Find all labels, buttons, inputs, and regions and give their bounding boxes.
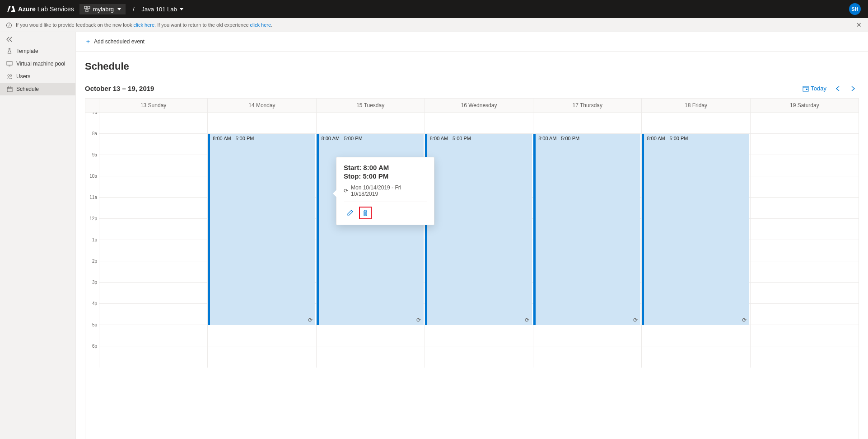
hour-label: 11a bbox=[85, 195, 99, 216]
feedback-text: i If you would like to provide feedback … bbox=[6, 22, 272, 28]
popover-recurrence: ⟳ Mon 10/14/2019 - Fri 10/18/2019 bbox=[344, 184, 427, 202]
info-icon: i bbox=[6, 23, 12, 28]
svg-rect-1 bbox=[88, 6, 90, 9]
sidebar-item-label: Schedule bbox=[16, 86, 39, 92]
add-scheduled-event-button[interactable]: ＋ Add scheduled event bbox=[83, 36, 146, 47]
today-button[interactable]: Today bbox=[801, 83, 828, 94]
brand-logo[interactable]: Azure Lab Services bbox=[7, 5, 74, 13]
schedule-event[interactable]: 8:00 AM - 5:00 PM⟳ bbox=[425, 134, 532, 325]
sidebar-item-label: Users bbox=[16, 73, 30, 80]
recurrence-icon: ⟳ bbox=[525, 317, 529, 323]
main-layout: Template Virtual machine pool Users Sche… bbox=[0, 32, 868, 439]
day-headers: 13 Sunday 14 Monday 15 Tuesday 16 Wednes… bbox=[85, 99, 859, 113]
top-bar-left: Azure Lab Services mylabrg / Java 101 La… bbox=[7, 4, 183, 14]
brand-azure: Azure bbox=[18, 5, 36, 13]
top-bar: Azure Lab Services mylabrg / Java 101 La… bbox=[0, 0, 868, 18]
monitor-icon bbox=[6, 61, 13, 67]
day-column-sat[interactable] bbox=[750, 113, 859, 368]
hour-label: 12p bbox=[85, 216, 99, 237]
resource-group-name: mylabrg bbox=[93, 6, 114, 13]
delete-event-button[interactable] bbox=[359, 207, 372, 219]
old-experience-link[interactable]: click here bbox=[250, 22, 271, 28]
calendar-controls: Today bbox=[801, 83, 859, 94]
content-area: Schedule October 13 – 19, 2019 Today 13 … bbox=[76, 52, 868, 439]
day-header-sun: 13 Sunday bbox=[99, 99, 207, 112]
hour-label: 6p bbox=[85, 344, 99, 365]
azure-logo-icon bbox=[7, 5, 15, 13]
collapse-sidebar-button[interactable] bbox=[0, 34, 75, 45]
time-gutter-header bbox=[85, 99, 99, 112]
day-header-thu: 17 Thursday bbox=[533, 99, 641, 112]
edit-event-button[interactable] bbox=[344, 207, 356, 219]
feedback-bar: i If you would like to provide feedback … bbox=[0, 18, 868, 32]
schedule-event[interactable]: 8:00 AM - 5:00 PM⟳ bbox=[208, 134, 315, 325]
collapse-icon bbox=[6, 37, 13, 42]
calendar-body[interactable]: 7a 8a 9a 10a 11a 12p 1p 2p 3p 4p 5p 6p bbox=[85, 113, 859, 439]
breadcrumb-separator: / bbox=[133, 6, 135, 13]
event-popover: Start: 8:00 AM Stop: 5:00 PM ⟳ Mon 10/14… bbox=[336, 157, 434, 225]
next-week-button[interactable] bbox=[847, 84, 859, 93]
date-range: October 13 – 19, 2019 bbox=[85, 85, 154, 92]
day-header-mon: 14 Monday bbox=[207, 99, 316, 112]
close-icon[interactable]: ✕ bbox=[856, 21, 862, 28]
today-label: Today bbox=[811, 85, 826, 92]
hour-label: 2p bbox=[85, 259, 99, 280]
sidebar-item-users[interactable]: Users bbox=[0, 70, 75, 83]
add-event-label: Add scheduled event bbox=[94, 38, 145, 45]
popover-actions bbox=[344, 207, 427, 219]
feedback-link[interactable]: click here bbox=[134, 22, 154, 28]
chevron-down-icon bbox=[180, 8, 183, 10]
popover-stop: Stop: 5:00 PM bbox=[344, 172, 427, 180]
svg-rect-3 bbox=[7, 61, 12, 65]
brand-lab-services: Lab Services bbox=[37, 5, 74, 13]
hour-label: 7a bbox=[85, 113, 99, 131]
sidebar-item-schedule[interactable]: Schedule bbox=[0, 83, 75, 95]
prev-week-button[interactable] bbox=[832, 84, 844, 93]
recurrence-icon: ⟳ bbox=[633, 317, 638, 323]
svg-rect-0 bbox=[84, 6, 87, 9]
hour-label: 1p bbox=[85, 237, 99, 259]
calendar-grid: 13 Sunday 14 Monday 15 Tuesday 16 Wednes… bbox=[85, 98, 859, 439]
day-column-fri[interactable]: 8:00 AM - 5:00 PM⟳ bbox=[641, 113, 750, 368]
sidebar-item-label: Virtual machine pool bbox=[16, 61, 65, 67]
pencil-icon bbox=[347, 210, 353, 216]
user-avatar[interactable]: SH bbox=[849, 3, 861, 15]
svg-point-6 bbox=[10, 75, 12, 76]
day-header-wed: 16 Wednesday bbox=[425, 99, 533, 112]
popover-start: Start: 8:00 AM bbox=[344, 164, 427, 171]
hour-label: 5p bbox=[85, 322, 99, 344]
time-gutter: 7a 8a 9a 10a 11a 12p 1p 2p 3p 4p 5p 6p bbox=[85, 113, 99, 368]
schedule-event[interactable]: 8:00 AM - 5:00 PM⟳ bbox=[533, 134, 640, 325]
day-column-tue[interactable]: 8:00 AM - 5:00 PM⟳ bbox=[316, 113, 425, 368]
hour-label: 8a bbox=[85, 131, 99, 152]
day-column-thu[interactable]: 8:00 AM - 5:00 PM⟳ bbox=[533, 113, 641, 368]
day-header-sat: 19 Saturday bbox=[750, 99, 859, 112]
day-header-fri: 18 Friday bbox=[641, 99, 750, 112]
svg-rect-13 bbox=[806, 89, 807, 90]
day-column-mon[interactable]: 8:00 AM - 5:00 PM⟳ bbox=[207, 113, 316, 368]
svg-rect-7 bbox=[7, 87, 12, 92]
recurrence-icon: ⟳ bbox=[416, 317, 421, 323]
day-column-wed[interactable]: 8:00 AM - 5:00 PM⟳ bbox=[425, 113, 533, 368]
sidebar-item-template[interactable]: Template bbox=[0, 45, 75, 57]
trash-icon bbox=[362, 210, 369, 216]
calendar-header: October 13 – 19, 2019 Today bbox=[85, 83, 859, 94]
recurrence-icon: ⟳ bbox=[742, 317, 747, 323]
svg-point-5 bbox=[8, 75, 9, 76]
sidebar-item-label: Template bbox=[16, 48, 38, 54]
day-column-sun[interactable] bbox=[99, 113, 207, 368]
sidebar: Template Virtual machine pool Users Sche… bbox=[0, 32, 76, 439]
svg-rect-2 bbox=[86, 9, 88, 12]
sidebar-item-vm-pool[interactable]: Virtual machine pool bbox=[0, 57, 75, 70]
main-content: ＋ Add scheduled event Schedule October 1… bbox=[76, 32, 868, 439]
flask-icon bbox=[6, 48, 13, 54]
calendar-icon bbox=[6, 86, 13, 92]
schedule-event[interactable]: 8:00 AM - 5:00 PM⟳ bbox=[642, 134, 749, 325]
resource-group-selector[interactable]: mylabrg bbox=[79, 4, 126, 14]
lab-selector[interactable]: Java 101 Lab bbox=[142, 6, 183, 13]
day-header-tue: 15 Tuesday bbox=[316, 99, 425, 112]
hour-label: 3p bbox=[85, 280, 99, 301]
recurrence-icon: ⟳ bbox=[344, 188, 348, 194]
chevron-down-icon bbox=[117, 8, 121, 10]
hour-label: 10a bbox=[85, 174, 99, 195]
